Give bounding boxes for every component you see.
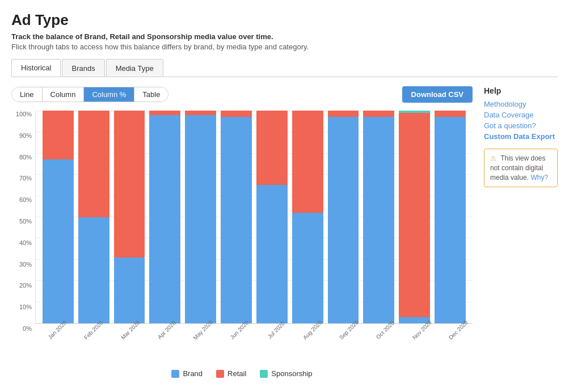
bar-group (361, 111, 397, 323)
bar-segment-retail (149, 111, 180, 115)
chart-inner: Jan 2020Feb 2020Mar 2020Apr 2020May 2020… (35, 111, 473, 349)
main-area: Line Column Column % Table Download CSV … (11, 86, 558, 378)
bar-group (326, 111, 361, 323)
y-axis-label: 10% (19, 304, 32, 310)
bar-segment-retail (363, 111, 394, 117)
bar-group (147, 111, 183, 323)
bar-segment-retail (114, 111, 145, 258)
page-container: Ad Type Track the balance of Brand, Reta… (0, 0, 569, 389)
y-axis-label: 0% (23, 325, 32, 332)
help-link-methodology[interactable]: Methodology (484, 100, 558, 108)
bar-segment-brand (185, 115, 216, 324)
bar-segment-brand (292, 213, 323, 323)
subtitle-bold: Track the balance of Brand, Retail and S… (11, 32, 558, 41)
bar[interactable] (43, 111, 74, 323)
bar[interactable] (399, 111, 430, 323)
toggle-column[interactable]: Column (43, 87, 85, 102)
tab-media-type[interactable]: Media Type (106, 59, 163, 77)
legend-item-sponsorship: Sponsorship (260, 369, 312, 378)
bar-segment-brand (435, 117, 466, 323)
tabs-row: Historical Brands Media Type (11, 59, 558, 77)
bar-segment-retail (399, 113, 430, 317)
bar-segment-brand (78, 217, 109, 324)
bar-segment-retail (328, 111, 359, 117)
bar[interactable] (435, 111, 466, 323)
chart-container: 100%90%80%70%60%50%40%30%20%10%0% Jan 20… (11, 111, 473, 349)
bar-group (218, 111, 254, 323)
help-link-custom-export[interactable]: Custom Data Export (484, 132, 558, 141)
bar-group (183, 111, 218, 323)
bar-segment-retail (292, 111, 323, 213)
bar-group (254, 111, 290, 323)
toggle-column-pct[interactable]: Column % (84, 87, 134, 102)
bar-segment-brand (149, 115, 180, 324)
sidebar: Help MethodologyData CoverageGot a quest… (484, 86, 558, 378)
legend-label-brand: Brand (183, 369, 203, 378)
y-axis-label: 60% (19, 196, 32, 203)
bar-segment-retail (221, 111, 252, 117)
bar-group (40, 111, 76, 323)
bar[interactable] (114, 111, 145, 323)
bar-group (112, 111, 147, 323)
bar-segment-brand (256, 185, 288, 323)
y-axis-label: 40% (19, 239, 32, 246)
bar-segment-brand (221, 117, 252, 323)
y-axis-label: 90% (19, 132, 32, 139)
y-axis-label: 70% (19, 175, 32, 182)
y-axis: 100%90%80%70%60%50%40%30%20%10%0% (11, 111, 35, 349)
bar-group (76, 111, 112, 323)
warning-icon: ⚠ (490, 154, 496, 162)
bar[interactable] (363, 111, 394, 323)
x-labels: Jan 2020Feb 2020Mar 2020Apr 2020May 2020… (35, 326, 473, 349)
legend-dot-sponsorship (260, 370, 268, 378)
bar-segment-retail (78, 111, 109, 217)
tab-brands[interactable]: Brands (62, 59, 104, 77)
bar-segment-brand (328, 117, 359, 323)
bar-segment-brand (114, 258, 145, 323)
download-csv-button[interactable]: Download CSV (402, 86, 473, 103)
tab-historical[interactable]: Historical (11, 59, 61, 77)
chart-area: Line Column Column % Table Download CSV … (11, 86, 473, 378)
legend-dot-brand (171, 370, 179, 378)
bar[interactable] (328, 111, 359, 323)
legend: BrandRetailSponsorship (11, 369, 473, 378)
toggle-line[interactable]: Line (12, 87, 43, 102)
legend-label-retail: Retail (227, 369, 246, 378)
bars-area (35, 111, 473, 324)
bar[interactable] (221, 111, 252, 323)
help-link-data-coverage[interactable]: Data Coverage (484, 111, 558, 119)
y-axis-label: 20% (19, 282, 32, 289)
legend-label-sponsorship: Sponsorship (271, 369, 312, 378)
bar[interactable] (149, 111, 180, 323)
warning-box: ⚠ This view does not contain digital med… (484, 149, 558, 187)
legend-dot-retail (216, 370, 224, 378)
bar[interactable] (185, 111, 216, 323)
subtitle-normal: Flick through tabs to access how this ba… (11, 43, 558, 51)
legend-item-brand: Brand (171, 369, 203, 378)
page-title: Ad Type (11, 11, 558, 29)
bar-group (432, 111, 468, 323)
y-axis-label: 80% (19, 154, 32, 161)
bar[interactable] (256, 111, 288, 323)
bar-segment-retail (256, 111, 288, 185)
bar-segment-brand (43, 159, 74, 323)
bar[interactable] (78, 111, 109, 323)
legend-item-retail: Retail (216, 369, 246, 378)
y-axis-label: 100% (16, 111, 32, 117)
y-axis-label: 50% (19, 218, 32, 225)
bars-row (40, 111, 468, 323)
bar-group (290, 111, 326, 323)
bar-group (397, 111, 432, 323)
bar-segment-brand (363, 117, 394, 323)
help-link-got-question[interactable]: Got a question? (484, 121, 558, 130)
help-title: Help (484, 86, 558, 95)
y-axis-label: 30% (19, 261, 32, 268)
bar-segment-retail (185, 111, 216, 115)
view-toggle: Line Column Column % Table Download CSV (11, 86, 473, 103)
toggle-group: Line Column Column % Table (11, 87, 168, 102)
bar[interactable] (292, 111, 323, 323)
bar-segment-retail (43, 111, 74, 159)
warning-why-link[interactable]: Why? (530, 174, 548, 182)
bar-segment-retail (435, 111, 466, 117)
toggle-table[interactable]: Table (134, 87, 168, 102)
